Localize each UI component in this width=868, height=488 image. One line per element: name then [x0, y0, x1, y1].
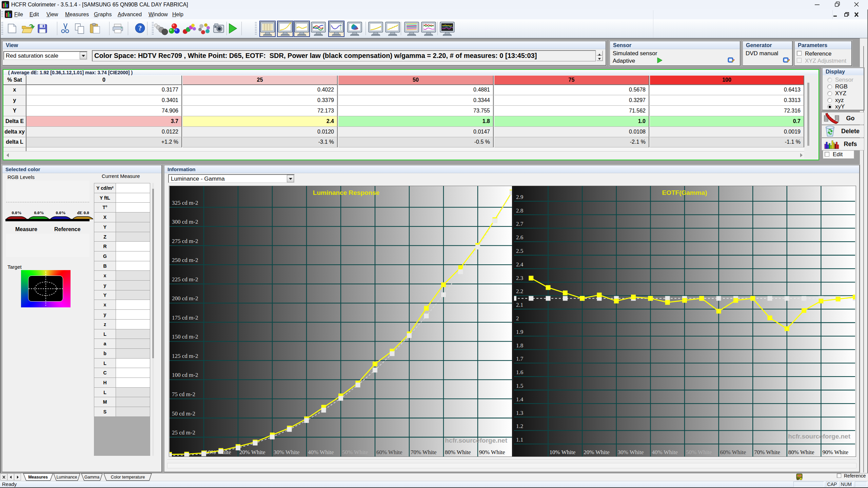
svg-text:125 cd m-2: 125 cd m-2: [172, 353, 198, 359]
svg-text:225 cd m-2: 225 cd m-2: [172, 276, 198, 283]
svg-text:1.3: 1.3: [516, 410, 523, 416]
svg-text:50% White: 50% White: [342, 449, 368, 455]
svg-text:50% White: 50% White: [686, 449, 712, 455]
svg-text:1.7: 1.7: [516, 355, 524, 362]
svg-text:2.9: 2.9: [516, 194, 523, 200]
svg-text:2: 2: [516, 315, 519, 322]
svg-text:2.2: 2.2: [516, 288, 523, 294]
svg-text:EOTF(Gamma): EOTF(Gamma): [662, 189, 707, 196]
svg-text:2.8: 2.8: [516, 207, 523, 214]
svg-text:?: ?: [138, 24, 142, 32]
svg-text:40% White: 40% White: [652, 449, 678, 455]
svg-text:20% White: 20% White: [239, 449, 265, 455]
svg-text:2.7: 2.7: [516, 221, 524, 227]
svg-text:2.3: 2.3: [516, 275, 523, 281]
svg-text:250 cd m-2: 250 cd m-2: [172, 257, 198, 263]
svg-text:Luminance Response: Luminance Response: [313, 189, 379, 196]
svg-text:2.1: 2.1: [516, 302, 523, 308]
svg-text:1.5: 1.5: [516, 383, 523, 389]
svg-text:hcfr.sourceforge.net: hcfr.sourceforge.net: [788, 433, 850, 440]
svg-text:70% White: 70% White: [754, 449, 780, 455]
svg-text:30% White: 30% White: [274, 449, 300, 455]
svg-text:Luminance: Luminance: [56, 475, 77, 480]
svg-text:40% White: 40% White: [308, 449, 334, 455]
svg-text:275 cd m-2: 275 cd m-2: [172, 238, 198, 244]
svg-text:1.6: 1.6: [516, 369, 523, 375]
svg-text:200 cd m-2: 200 cd m-2: [172, 295, 198, 302]
svg-text:10% White: 10% White: [550, 449, 576, 455]
svg-text:70% White: 70% White: [411, 449, 437, 455]
svg-text:1.2: 1.2: [516, 423, 523, 429]
svg-text:2.6: 2.6: [516, 234, 523, 241]
svg-text:90% White: 90% White: [479, 449, 505, 455]
svg-text:Gamma: Gamma: [84, 475, 100, 480]
svg-text:50 cd m-2: 50 cd m-2: [172, 410, 195, 417]
svg-text:75 cd m-2: 75 cd m-2: [172, 391, 195, 398]
svg-text:2.4: 2.4: [516, 261, 524, 268]
svg-text:1.9: 1.9: [516, 329, 523, 335]
svg-text:20% White: 20% White: [584, 449, 610, 455]
svg-text:300 cd m-2: 300 cd m-2: [172, 219, 198, 225]
svg-text:150 cd m-2: 150 cd m-2: [172, 333, 198, 340]
svg-text:80% White: 80% White: [445, 449, 471, 455]
svg-text:1.4: 1.4: [516, 396, 524, 403]
svg-text:Measures: Measures: [28, 475, 48, 480]
svg-text:1.1: 1.1: [516, 436, 523, 443]
svg-text:2.5: 2.5: [516, 248, 523, 254]
svg-text:175 cd m-2: 175 cd m-2: [172, 314, 198, 321]
svg-text:30% White: 30% White: [618, 449, 644, 455]
svg-text:90% White: 90% White: [822, 449, 848, 455]
svg-text:80% White: 80% White: [788, 449, 814, 455]
svg-text:25 cd m-2: 25 cd m-2: [172, 429, 195, 436]
svg-text:100 cd m-2: 100 cd m-2: [172, 372, 198, 378]
svg-text:60% White: 60% White: [720, 449, 746, 455]
svg-text:1.8: 1.8: [516, 342, 523, 349]
svg-text:325 cd m-2: 325 cd m-2: [172, 200, 198, 206]
svg-text:Color temperature: Color temperature: [111, 475, 145, 480]
svg-text:hcfr.sourceforge.net: hcfr.sourceforge.net: [445, 437, 507, 444]
svg-text:60% White: 60% White: [376, 449, 402, 455]
